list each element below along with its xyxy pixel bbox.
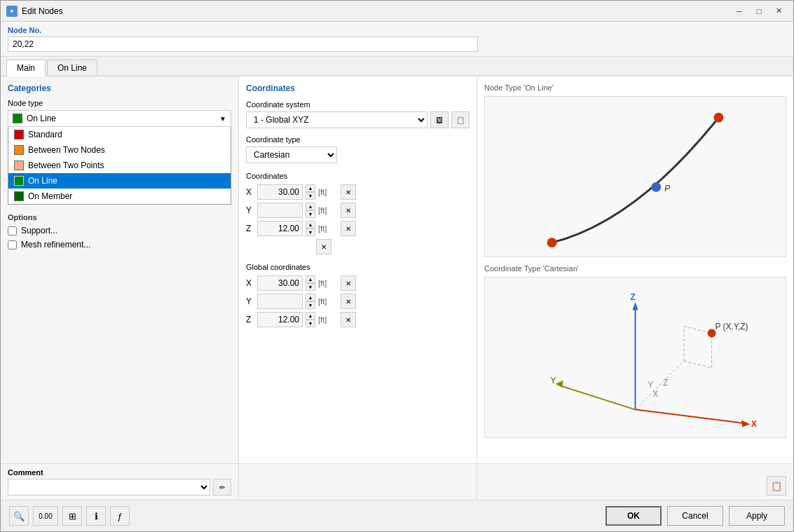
global-y-spin: ▲ ▼ xyxy=(306,294,315,309)
global-z-input[interactable] xyxy=(257,312,303,327)
comment-edit-btn[interactable]: ✏ xyxy=(213,479,231,496)
coords-xyz-section: Coordinates X 30.00 ▲ ▼ [ft] ✕ Y xyxy=(246,172,470,254)
global-y-row: Y ▲ ▼ [ft] ✕ xyxy=(246,294,470,309)
svg-line-7 xyxy=(636,409,747,423)
global-x-down[interactable]: ▼ xyxy=(306,283,315,291)
svg-point-1 xyxy=(547,238,557,247)
coord-pick-btn-1[interactable]: 🖼 xyxy=(430,111,449,128)
mesh-refinement-checkbox[interactable] xyxy=(8,240,17,250)
svg-line-14 xyxy=(684,361,712,368)
coord-z-up[interactable]: ▲ xyxy=(306,221,315,229)
global-y-up[interactable]: ▲ xyxy=(306,294,315,301)
search-icon-btn[interactable]: 🔍 xyxy=(9,506,29,526)
global-x-input[interactable] xyxy=(257,275,303,291)
coord-y-label: Y xyxy=(246,205,254,215)
maximize-button[interactable]: □ xyxy=(750,4,768,18)
svg-text:Y: Y xyxy=(551,376,556,386)
global-z-row: Z ▲ ▼ [ft] ✕ xyxy=(246,312,470,327)
coord-x-unit: [ft] xyxy=(318,188,338,196)
global-y-input[interactable] xyxy=(257,294,303,309)
svg-text:P: P xyxy=(664,184,670,193)
coord-z-down[interactable]: ▼ xyxy=(306,229,315,236)
coord-type-select[interactable]: Cartesian xyxy=(246,146,337,163)
table-icon-btn[interactable]: ⊞ xyxy=(62,506,82,526)
coord-y-up[interactable]: ▲ xyxy=(306,203,315,210)
cartesian-svg: Z X Y xyxy=(485,278,786,437)
svg-text:Z: Z xyxy=(663,378,668,388)
coord-y-input[interactable] xyxy=(257,203,303,218)
tab-main[interactable]: Main xyxy=(6,60,46,76)
support-checkbox[interactable] xyxy=(8,226,17,236)
coord-x-up[interactable]: ▲ xyxy=(306,184,315,192)
global-x-up[interactable]: ▲ xyxy=(306,275,315,283)
svg-point-2 xyxy=(651,182,661,192)
node-no-input[interactable] xyxy=(8,36,478,52)
on-line-diagram-box: P xyxy=(484,96,786,257)
dropdown-item-between-two-points[interactable]: Between Two Points xyxy=(8,158,231,173)
coord-z-input[interactable]: 12.00 xyxy=(257,221,303,236)
edit-nodes-window: ✦ Edit Nodes ─ □ ✕ Node No. Main On Line… xyxy=(0,0,794,532)
coord-y-down[interactable]: ▼ xyxy=(306,210,315,218)
titlebar-controls: ─ □ ✕ xyxy=(730,4,788,18)
dropdown-item-on-member[interactable]: On Member xyxy=(8,189,231,204)
dropdown-item-standard[interactable]: Standard xyxy=(8,127,231,142)
footer-icons: 🔍 0.00 ⊞ ℹ ƒ xyxy=(9,506,130,526)
node-no-section: Node No. xyxy=(1,22,793,57)
global-z-down[interactable]: ▼ xyxy=(306,320,315,327)
global-z-spin: ▲ ▼ xyxy=(306,312,315,327)
global-z-unit: [ft] xyxy=(318,315,338,324)
global-z-pick[interactable]: ✕ xyxy=(341,312,356,327)
coord-extra-pick[interactable]: ✕ xyxy=(316,239,331,254)
coord-x-spin: ▲ ▼ xyxy=(306,184,315,200)
global-y-label: Y xyxy=(246,296,254,306)
left-panel: Categories Node type On Line ▼ Standard xyxy=(1,76,239,463)
on-line-svg: P xyxy=(485,97,786,257)
svg-text:Z: Z xyxy=(631,292,636,302)
coord-z-pick[interactable]: ✕ xyxy=(341,221,356,236)
tab-online[interactable]: On Line xyxy=(47,60,97,76)
item-label: On Member xyxy=(28,191,72,201)
dropdown-item-between-two-nodes[interactable]: Between Two Nodes xyxy=(8,142,231,158)
close-button[interactable]: ✕ xyxy=(769,4,788,18)
apply-button[interactable]: Apply xyxy=(729,506,785,526)
global-z-up[interactable]: ▲ xyxy=(306,312,315,320)
global-x-spin: ▲ ▼ xyxy=(306,275,315,291)
support-checkbox-row: Support... xyxy=(8,226,231,236)
counter-btn[interactable]: 0.00 xyxy=(33,506,58,526)
global-y-pick[interactable]: ✕ xyxy=(341,294,356,309)
fx-icon-btn[interactable]: ƒ xyxy=(110,506,130,526)
global-x-pick[interactable]: ✕ xyxy=(341,275,356,291)
coord-system-select[interactable]: 1 - Global XYZ xyxy=(246,111,427,128)
svg-marker-5 xyxy=(633,302,638,311)
comment-mid-section xyxy=(239,464,477,500)
coord-pick-btn-2[interactable]: 📋 xyxy=(451,111,470,128)
ok-button[interactable]: OK xyxy=(605,506,662,526)
info-icon-btn[interactable]: ℹ xyxy=(86,506,106,526)
mid-panel: Coordinates Coordinate system 1 - Global… xyxy=(239,76,477,463)
node-no-right xyxy=(485,26,786,52)
svg-text:X: X xyxy=(652,390,658,400)
comment-select[interactable] xyxy=(8,479,210,496)
coord-z-row: Z 12.00 ▲ ▼ [ft] ✕ xyxy=(246,221,470,236)
main-content: Categories Node type On Line ▼ Standard xyxy=(1,76,793,463)
coord-x-down[interactable]: ▼ xyxy=(306,192,315,200)
coord-z-unit: [ft] xyxy=(318,224,338,233)
comment-action-btn[interactable]: 📋 xyxy=(767,476,786,496)
minimize-button[interactable]: ─ xyxy=(730,4,748,18)
tabs-bar: Main On Line xyxy=(1,57,793,76)
coord-y-row: Y ▲ ▼ [ft] ✕ xyxy=(246,203,470,218)
svg-line-10 xyxy=(559,386,635,410)
node-type-dropdown[interactable]: On Line ▼ xyxy=(8,110,231,127)
global-y-down[interactable]: ▼ xyxy=(306,301,315,309)
dropdown-item-on-line[interactable]: On Line xyxy=(8,173,231,189)
comment-right-section: 📋 xyxy=(477,464,793,500)
coord-y-pick[interactable]: ✕ xyxy=(341,203,356,218)
coord-y-spin: ▲ ▼ xyxy=(306,203,315,218)
categories-header: Categories xyxy=(8,83,231,93)
item-label: Between Two Nodes xyxy=(28,145,105,155)
footer-action-buttons: OK Cancel Apply xyxy=(605,506,785,526)
cancel-button[interactable]: Cancel xyxy=(667,506,723,526)
coord-x-input[interactable]: 30.00 xyxy=(257,184,303,200)
coord-x-pick[interactable]: ✕ xyxy=(341,184,356,200)
comment-input-row: ✏ xyxy=(8,479,231,496)
